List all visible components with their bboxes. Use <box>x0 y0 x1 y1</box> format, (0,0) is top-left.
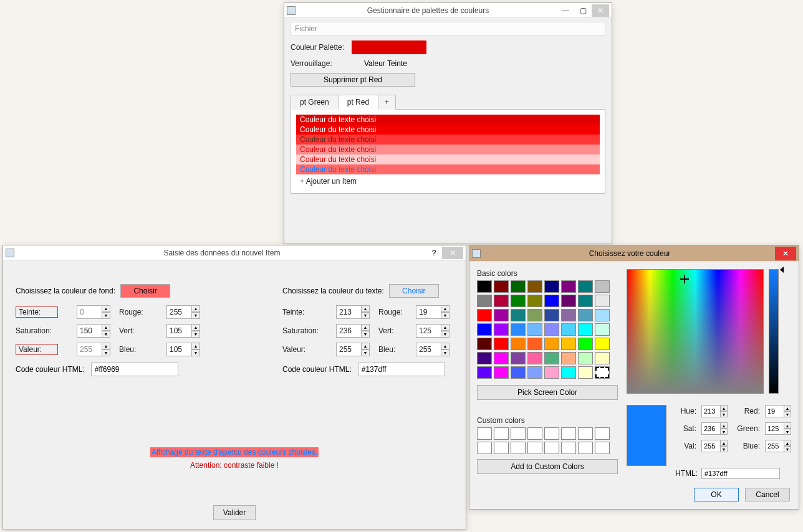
basic-color-swatch[interactable] <box>561 352 576 364</box>
blue-spin[interactable]: ▲▼ <box>765 440 791 452</box>
custom-color-swatch[interactable] <box>595 427 610 440</box>
help-button[interactable]: ? <box>426 249 442 257</box>
basic-color-swatch[interactable] <box>511 352 526 364</box>
custom-color-swatch[interactable] <box>527 427 542 440</box>
custom-color-swatch[interactable] <box>494 442 509 454</box>
green-spin[interactable]: ▲▼ <box>765 422 791 435</box>
bg-saturation-spin[interactable]: ▲▼ <box>77 324 110 338</box>
basic-color-swatch[interactable] <box>561 338 576 350</box>
minimize-button[interactable]: — <box>557 4 574 17</box>
bg-vert-spin[interactable]: ▲▼ <box>166 324 200 338</box>
basic-color-swatch[interactable] <box>494 352 509 364</box>
basic-color-swatch[interactable] <box>595 352 610 364</box>
basic-color-swatch[interactable] <box>578 338 593 350</box>
basic-color-swatch[interactable] <box>527 338 542 350</box>
close-button[interactable]: ✕ <box>442 247 463 259</box>
basic-color-swatch[interactable] <box>494 366 509 379</box>
basic-color-swatch[interactable] <box>595 309 610 321</box>
basic-color-swatch[interactable] <box>527 323 542 336</box>
custom-color-swatch[interactable] <box>527 442 542 454</box>
add-custom-button[interactable]: Add to Custom Colors <box>477 459 618 474</box>
basic-color-swatch[interactable] <box>544 323 559 336</box>
fg-html-input[interactable] <box>358 363 445 376</box>
basic-color-swatch[interactable] <box>544 366 559 379</box>
ok-button[interactable]: OK <box>694 488 739 501</box>
basic-color-swatch[interactable] <box>544 295 559 307</box>
basic-color-swatch[interactable] <box>578 352 593 364</box>
menu-file[interactable]: Fichier <box>291 22 605 36</box>
basic-color-swatch[interactable] <box>511 309 526 321</box>
hue-sat-plane[interactable] <box>627 269 764 394</box>
close-button[interactable]: ✕ <box>775 247 796 260</box>
basic-color-swatch[interactable] <box>527 309 542 321</box>
palette-manager-titlebar[interactable]: Gestionnaire de palettes de couleurs — ▢… <box>284 3 612 18</box>
basic-color-swatch[interactable] <box>477 280 492 293</box>
color-picker-titlebar[interactable]: Choisissez votre couleur ✕ <box>469 245 799 262</box>
basic-color-swatch[interactable] <box>477 323 492 336</box>
maximize-button[interactable]: ▢ <box>574 4 592 17</box>
basic-color-swatch[interactable] <box>494 323 509 336</box>
palette-color-swatch[interactable] <box>352 40 426 54</box>
cp-html-input[interactable] <box>701 468 780 479</box>
fg-bleu-spin[interactable]: ▲▼ <box>416 343 450 356</box>
basic-color-swatch[interactable] <box>477 295 492 307</box>
basic-color-swatch[interactable] <box>544 280 559 293</box>
basic-color-swatch[interactable] <box>511 366 526 379</box>
basic-color-swatch[interactable] <box>561 366 576 379</box>
custom-color-swatch[interactable] <box>561 427 576 440</box>
basic-color-swatch[interactable] <box>578 366 593 379</box>
custom-color-swatch[interactable] <box>511 442 526 454</box>
value-slider[interactable] <box>769 269 779 394</box>
basic-color-swatch[interactable] <box>595 338 610 350</box>
pick-screen-color-button[interactable]: Pick Screen Color <box>477 385 618 400</box>
basic-color-swatch[interactable] <box>477 352 492 364</box>
palette-item-row[interactable]: Couleur du texte choisi <box>296 135 600 145</box>
item-entry-titlebar[interactable]: Saisie des données du nouvel Item ? ✕ <box>3 245 466 260</box>
basic-color-swatch[interactable] <box>561 323 576 336</box>
basic-color-swatch[interactable] <box>595 323 610 336</box>
choose-bg-button[interactable]: Choisir <box>120 284 170 298</box>
cancel-button[interactable]: Cancel <box>745 488 790 501</box>
basic-color-swatch[interactable] <box>527 366 542 379</box>
custom-color-swatch[interactable] <box>595 442 610 454</box>
delete-palette-button[interactable]: Supprimer pt Red <box>291 73 415 87</box>
basic-color-swatch[interactable] <box>527 280 542 293</box>
fg-rouge-spin[interactable]: ▲▼ <box>416 305 450 319</box>
bg-rouge-spin[interactable]: ▲▼ <box>166 305 200 319</box>
basic-color-swatch[interactable] <box>477 338 492 350</box>
basic-color-swatch[interactable] <box>578 309 593 321</box>
basic-color-swatch[interactable] <box>494 280 509 293</box>
basic-color-swatch[interactable] <box>511 323 526 336</box>
custom-color-swatch[interactable] <box>578 442 593 454</box>
basic-color-swatch[interactable] <box>561 295 576 307</box>
basic-color-swatch[interactable] <box>544 338 559 350</box>
basic-color-swatch[interactable] <box>595 280 610 293</box>
basic-color-swatch[interactable] <box>578 295 593 307</box>
hue-spin[interactable]: ▲▼ <box>701 405 728 417</box>
val-spin[interactable]: ▲▼ <box>701 440 728 452</box>
bg-valeur-spin[interactable]: ▲▼ <box>77 343 110 356</box>
fg-saturation-spin[interactable]: ▲▼ <box>336 324 370 338</box>
basic-color-swatch[interactable] <box>477 366 492 379</box>
basic-color-swatch[interactable] <box>511 338 526 350</box>
tab-pt-green[interactable]: pt Green <box>291 95 339 110</box>
custom-color-swatch[interactable] <box>477 427 492 440</box>
custom-color-swatch[interactable] <box>477 442 492 454</box>
basic-color-swatch[interactable] <box>595 295 610 307</box>
palette-item-row[interactable]: Couleur du texte choisi <box>296 164 600 174</box>
basic-color-swatch[interactable] <box>561 280 576 293</box>
basic-color-swatch[interactable] <box>527 352 542 364</box>
fg-teinte-spin[interactable]: ▲▼ <box>336 305 370 319</box>
bg-teinte-spin[interactable]: ▲▼ <box>77 305 110 319</box>
basic-color-swatch[interactable] <box>595 366 610 379</box>
basic-color-swatch[interactable] <box>494 309 509 321</box>
red-spin[interactable]: ▲▼ <box>765 405 791 417</box>
custom-color-swatch[interactable] <box>544 442 559 454</box>
basic-color-swatch[interactable] <box>511 295 526 307</box>
fg-vert-spin[interactable]: ▲▼ <box>416 324 450 338</box>
close-button[interactable]: ✕ <box>592 4 609 17</box>
basic-color-swatch[interactable] <box>544 309 559 321</box>
palette-item-row[interactable]: Couleur du texte choisi <box>296 125 600 135</box>
basic-color-swatch[interactable] <box>477 309 492 321</box>
bg-html-input[interactable] <box>91 363 178 376</box>
